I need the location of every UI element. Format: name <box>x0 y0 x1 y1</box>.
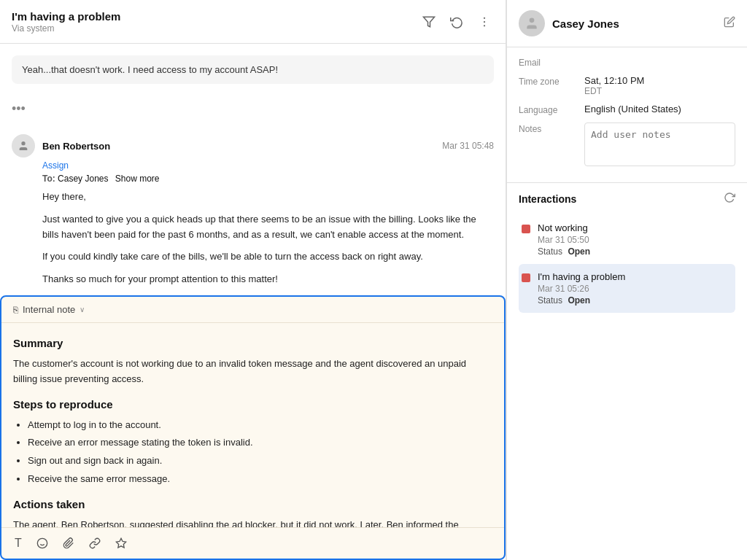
interaction-dot-1 <box>522 225 530 233</box>
messages-area: Yeah...that doesn't work. I need access … <box>0 44 506 295</box>
interactions-title: Interactions <box>519 193 576 205</box>
conversation-title: I'm having a problem <box>12 10 120 23</box>
contact-details: Email Time zone Sat, 12:10 PM EDT Langua… <box>507 47 747 183</box>
internal-note: ⎘ Internal note ∨ Summary The customer's… <box>0 295 506 560</box>
timezone-values: Sat, 12:10 PM EDT <box>584 75 644 96</box>
more-options-button[interactable] <box>475 12 494 31</box>
link-button[interactable] <box>88 536 102 551</box>
assign-button[interactable]: Assign <box>42 160 69 171</box>
edit-contact-button[interactable] <box>724 16 735 31</box>
note-icon: ⎘ <box>13 305 18 315</box>
message-body: Hey there, Just wanted to give you a qui… <box>42 190 494 287</box>
interactions-header: Interactions <box>519 192 735 206</box>
message-to: To: Casey Jones Show more <box>42 174 494 184</box>
status-value-2: Open <box>568 295 590 306</box>
interaction-status-1: Status Open <box>538 246 732 257</box>
notes-input[interactable] <box>584 122 735 166</box>
contact-info: Casey Jones <box>519 10 619 36</box>
agent-avatar <box>12 134 35 158</box>
status-label-1: Status <box>538 246 562 257</box>
msg-line-2: Just wanted to give you a quick heads up… <box>42 212 494 243</box>
timezone-value: Sat, 12:10 PM <box>584 75 644 86</box>
interaction-item-2[interactable]: I'm having a problem Mar 31 05:26 Status… <box>519 264 735 313</box>
svg-point-2 <box>484 20 485 22</box>
chat-header-left: I'm having a problem Via system <box>12 10 120 34</box>
steps-list: Attempt to log in to the account. Receiv… <box>28 418 492 487</box>
contact-avatar <box>519 10 545 36</box>
interaction-details-2: I'm having a problem Mar 31 05:26 Status… <box>538 271 732 306</box>
step-3: Sign out and sign back in again. <box>28 454 492 469</box>
interactions-section: Interactions Not working Mar 31 05:50 St… <box>507 183 747 322</box>
note-content: Summary The customer's account is not wo… <box>1 323 504 527</box>
magic-button[interactable] <box>114 536 128 551</box>
svg-point-1 <box>484 17 485 18</box>
summary-text: The customer's account is not working du… <box>13 357 492 387</box>
interaction-item-1[interactable]: Not working Mar 31 05:50 Status Open <box>519 215 735 264</box>
timezone-label: Time zone <box>519 75 584 87</box>
to-label: To: <box>42 174 55 184</box>
sender-name: Ben Robertson <box>42 141 110 152</box>
step-1: Attempt to log in to the account. <box>28 418 492 433</box>
note-chevron: ∨ <box>80 306 85 314</box>
sender-info: Ben Robertson <box>12 134 110 158</box>
language-value: English (United States) <box>584 104 681 114</box>
message-header: Ben Robertson Mar 31 05:48 <box>12 134 494 158</box>
right-panel: Casey Jones Email Time zone Sat, 12:10 P… <box>506 0 747 560</box>
note-toolbar: T <box>1 527 504 559</box>
status-label-2: Status <box>538 295 562 306</box>
actions-text: The agent, Ben Robertson, suggested disa… <box>13 518 492 527</box>
interaction-date-1: Mar 31 05:50 <box>538 235 732 245</box>
status-value-1: Open <box>568 246 590 257</box>
typing-indicator: ••• <box>12 96 494 122</box>
attach-button[interactable] <box>61 536 76 551</box>
history-button[interactable] <box>447 12 466 31</box>
agent-message: Ben Robertson Mar 31 05:48 Assign To: Ca… <box>12 134 494 287</box>
contact-name: Casey Jones <box>552 18 619 30</box>
refresh-interactions-button[interactable] <box>724 192 735 206</box>
left-panel: I'm having a problem Via system <box>0 0 506 560</box>
msg-line-1: Hey there, <box>42 190 494 205</box>
svg-point-5 <box>37 538 47 548</box>
notes-label: Notes <box>519 122 584 134</box>
interaction-title-1: Not working <box>538 222 732 233</box>
message-time: Mar 31 05:48 <box>442 141 494 151</box>
conversation-subtitle: Via system <box>12 23 54 34</box>
language-row: Language English (United States) <box>519 104 735 115</box>
system-message-text: Yeah...that doesn't work. I need access … <box>22 64 278 75</box>
chat-header-actions <box>419 12 494 31</box>
emoji-button[interactable] <box>35 536 50 551</box>
contact-header: Casey Jones <box>507 0 747 47</box>
system-message: Yeah...that doesn't work. I need access … <box>12 55 494 84</box>
actions-title: Actions taken <box>13 496 492 513</box>
svg-point-3 <box>484 25 485 26</box>
interaction-dot-2 <box>522 273 530 282</box>
timezone-row: Time zone Sat, 12:10 PM EDT <box>519 75 735 96</box>
interaction-status-2: Status Open <box>538 295 732 306</box>
filter-button[interactable] <box>419 12 438 31</box>
interaction-date-2: Mar 31 05:26 <box>538 284 732 294</box>
msg-line-3: If you could kindly take care of the bil… <box>42 249 494 265</box>
svg-marker-0 <box>424 17 435 27</box>
chat-header: I'm having a problem Via system <box>0 0 506 44</box>
notes-row: Notes <box>519 122 735 166</box>
steps-title: Steps to reproduce <box>13 396 492 413</box>
email-label: Email <box>519 56 584 68</box>
summary-title: Summary <box>13 335 492 352</box>
to-name: Casey Jones <box>58 174 108 184</box>
timezone-secondary: EDT <box>584 86 644 96</box>
svg-point-4 <box>21 141 25 145</box>
step-2: Receive an error message stating the tok… <box>28 435 492 451</box>
text-format-button[interactable]: T <box>13 535 23 551</box>
interaction-title-2: I'm having a problem <box>538 271 732 282</box>
note-label: Internal note <box>23 304 75 315</box>
svg-marker-8 <box>116 538 125 548</box>
show-more-link[interactable]: Show more <box>115 174 160 184</box>
step-4: Receive the same error message. <box>28 472 492 487</box>
language-label: Language <box>519 104 584 115</box>
interaction-details-1: Not working Mar 31 05:50 Status Open <box>538 222 732 257</box>
note-header[interactable]: ⎘ Internal note ∨ <box>1 297 504 323</box>
email-row: Email <box>519 56 735 68</box>
svg-point-9 <box>530 18 535 23</box>
msg-line-4: Thanks so much for your prompt attention… <box>42 272 494 287</box>
